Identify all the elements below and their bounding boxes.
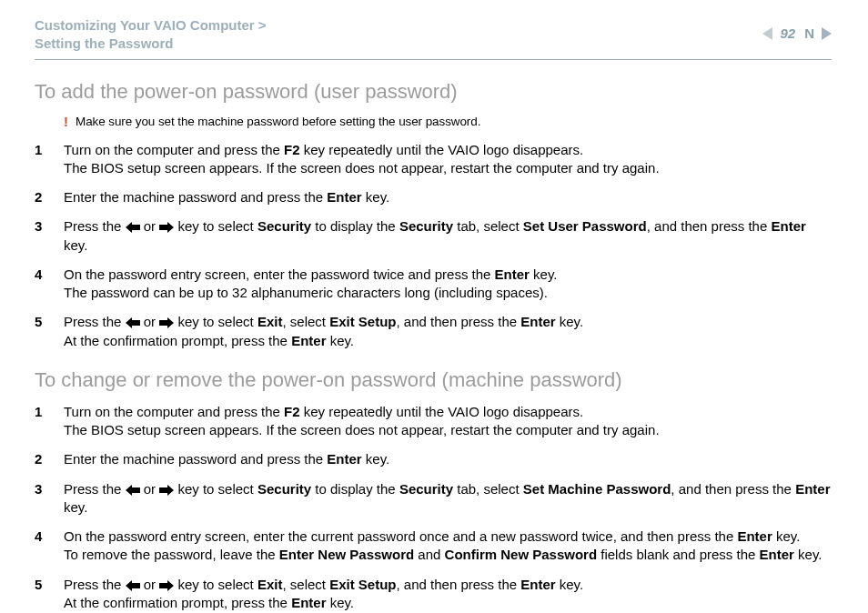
bold-term: F2 [284,142,300,157]
step-number: 1 [35,141,64,159]
bold-term: Security [399,218,453,234]
svg-marker-5 [159,485,174,496]
bold-term: Set User Password [523,218,647,234]
step-number: 4 [35,266,64,284]
step-item: 1Turn on the computer and press the F2 k… [35,141,832,178]
step-text: Press the or key to select Security to d… [64,480,832,518]
warning-icon: ! [64,115,68,128]
step-item: 2Enter the machine password and press th… [35,188,832,206]
step-text: Turn on the computer and press the F2 ke… [64,403,832,440]
section-heading-change-machine-password: To change or remove the power-on passwor… [35,368,832,392]
step-number: 5 [35,313,64,331]
bold-term: F2 [284,404,300,419]
breadcrumb-separator: > [258,17,267,33]
left-arrow-key-icon [126,485,140,496]
bold-term: Security [399,481,453,497]
step-number: 5 [35,576,64,594]
bold-term: Enter [771,218,805,234]
breadcrumb-part-1: Customizing Your VAIO Computer [35,17,255,33]
step-text: Enter the machine password and press the… [64,450,832,468]
breadcrumb-part-2: Setting the Password [35,35,174,51]
bold-term: Exit Setup [329,577,396,592]
svg-marker-4 [126,485,140,496]
right-arrow-key-icon [159,580,174,591]
svg-marker-1 [159,222,174,233]
right-arrow-key-icon [159,317,174,328]
bold-term: Enter [760,547,794,562]
svg-marker-0 [126,222,140,233]
bold-term: Enter [520,577,555,592]
bold-term: Enter [291,333,326,348]
step-number: 2 [35,450,64,468]
bold-term: Enter [327,189,361,205]
step-item: 4On the password entry screen, enter the… [35,528,832,565]
step-number: 2 [35,188,64,206]
page-number: 92 [778,25,797,41]
steps-list-change-machine-password: 1Turn on the computer and press the F2 k… [35,403,832,612]
step-text: Press the or key to select Security to d… [64,217,832,255]
bold-term: Enter New Password [279,547,414,562]
section-heading-add-user-password: To add the power-on password (user passw… [35,80,832,104]
warning-note: ! Make sure you set the machine password… [64,115,832,128]
bold-term: Enter [520,314,555,329]
next-page-icon[interactable] [822,27,832,40]
bold-term: Exit [257,314,283,329]
step-number: 1 [35,403,64,421]
bold-term: Enter [327,451,361,467]
left-arrow-key-icon [126,317,140,328]
bold-term: Exit Setup [329,314,396,329]
step-number: 3 [35,480,64,498]
step-text: Enter the machine password and press the… [64,188,832,206]
page-n-mark: N [802,25,816,41]
step-number: 4 [35,528,64,546]
step-item: 5Press the or key to select Exit, select… [35,576,832,613]
bold-term: Security [257,481,311,497]
step-item: 3Press the or key to select Security to … [35,217,832,255]
step-number: 3 [35,217,64,236]
right-arrow-key-icon [159,485,174,496]
svg-marker-7 [159,580,174,591]
left-arrow-key-icon [126,222,140,233]
page-header: Customizing Your VAIO Computer > Setting… [35,16,832,54]
svg-marker-2 [126,317,140,328]
bold-term: Security [257,218,311,234]
step-item: 2Enter the machine password and press th… [35,450,832,468]
bold-term: Enter [291,595,326,610]
step-item: 1Turn on the computer and press the F2 k… [35,403,832,440]
header-divider [35,59,832,60]
bold-term: Enter [737,528,772,544]
step-item: 5Press the or key to select Exit, select… [35,313,832,350]
step-text: Press the or key to select Exit, select … [64,576,832,613]
bold-term: Confirm New Password [445,547,598,562]
step-text: Press the or key to select Exit, select … [64,313,832,350]
document-page: Customizing Your VAIO Computer > Setting… [0,0,868,613]
right-arrow-key-icon [159,222,174,233]
prev-page-icon[interactable] [762,27,772,40]
bold-term: Enter [795,481,830,497]
left-arrow-key-icon [126,580,140,591]
step-item: 4On the password entry screen, enter the… [35,266,832,303]
step-text: On the password entry screen, enter the … [64,528,832,565]
step-text: Turn on the computer and press the F2 ke… [64,141,832,178]
step-text: On the password entry screen, enter the … [64,266,832,303]
step-item: 3Press the or key to select Security to … [35,480,832,518]
svg-marker-6 [126,580,140,591]
bold-term: Exit [257,577,283,592]
bold-term: Enter [495,266,530,282]
steps-list-add-user-password: 1Turn on the computer and press the F2 k… [35,141,832,350]
bold-term: Set Machine Password [523,481,671,497]
breadcrumb: Customizing Your VAIO Computer > Setting… [35,16,762,54]
pager: 92 N [762,16,832,41]
svg-marker-3 [159,317,174,328]
warning-text: Make sure you set the machine password b… [76,115,480,128]
